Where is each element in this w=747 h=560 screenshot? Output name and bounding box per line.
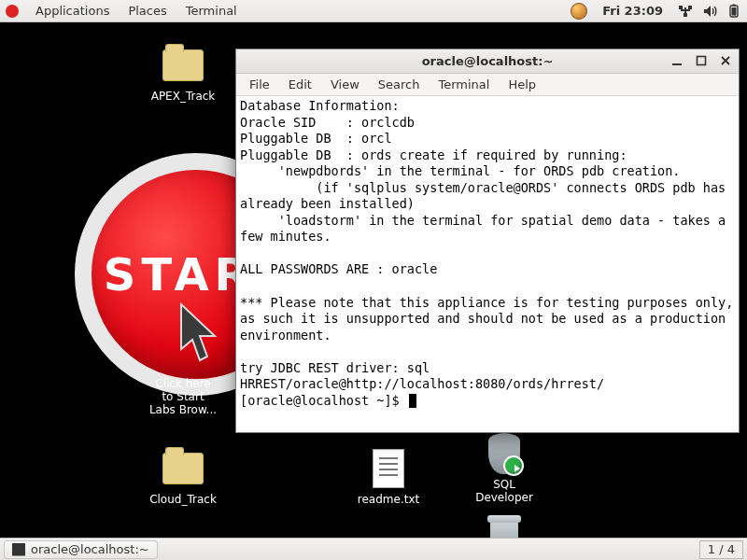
sql-developer-icon (488, 433, 520, 474)
bottom-panel: oracle@localhost:~ 1 / 4 (0, 538, 747, 560)
term-menu-view[interactable]: View (323, 76, 367, 93)
window-maximize-button[interactable] (692, 51, 711, 70)
term-menu-file[interactable]: File (242, 76, 277, 93)
term-menu-edit[interactable]: Edit (281, 76, 319, 93)
terminal-cursor (409, 394, 416, 408)
system-tray: Fri 23:09 (571, 3, 741, 20)
terminal-output: Database Information: Oracle SID : orclc… (240, 98, 733, 391)
folder-icon (162, 49, 204, 81)
term-menu-help[interactable]: Help (500, 76, 543, 93)
workspace-label: 1 / 4 (708, 542, 735, 556)
desktop-icon-sql-developer[interactable]: SQL Developer (458, 433, 551, 504)
icon-label: Labs Brow... (149, 403, 217, 416)
folder-icon (162, 453, 204, 484)
workspace-switcher[interactable]: 1 / 4 (699, 540, 743, 559)
battery-icon[interactable] (726, 4, 741, 19)
distro-logo-icon (6, 5, 19, 18)
menu-terminal[interactable]: Terminal (186, 4, 237, 18)
window-title: oracle@localhost:~ (422, 54, 554, 68)
desktop-icon-readme[interactable]: readme.txt (342, 448, 435, 506)
network-icon[interactable] (678, 4, 693, 19)
icon-label: Developer (475, 491, 533, 504)
desktop: START APEX_Track Click here to Start Lab… (0, 22, 747, 538)
top-panel: Applications Places Terminal Fri 23:09 (0, 0, 747, 22)
term-menu-search[interactable]: Search (371, 76, 428, 93)
svg-rect-1 (688, 6, 692, 9)
svg-rect-6 (733, 4, 736, 6)
desktop-icon-cloud-track[interactable]: Cloud_Track (136, 448, 230, 506)
icon-label: to Start (162, 390, 204, 403)
window-titlebar[interactable]: oracle@localhost:~ (236, 49, 739, 74)
clock[interactable]: Fri 23:09 (602, 4, 663, 18)
desktop-icon-start-labs[interactable]: Click here to Start Labs Brow... (136, 377, 230, 416)
icon-label: APEX_Track (151, 90, 216, 103)
taskbar-item-terminal[interactable]: oracle@localhost:~ (4, 540, 158, 559)
terminal-menubar: File Edit View Search Terminal Help (236, 74, 739, 96)
menu-applications[interactable]: Applications (35, 4, 109, 18)
icon-label: readme.txt (358, 493, 419, 506)
icon-label: Cloud_Track (149, 493, 217, 506)
icon-label: SQL (493, 478, 515, 491)
task-label: oracle@localhost:~ (31, 542, 149, 556)
terminal-window: oracle@localhost:~ File Edit View Search… (235, 49, 740, 433)
terminal-prompt: [oracle@localhost ~]$ (240, 393, 407, 408)
menu-places[interactable]: Places (128, 4, 166, 18)
icon-label: Click here (155, 377, 210, 390)
text-file-icon (373, 449, 404, 488)
terminal-body[interactable]: Database Information: Oracle SID : orclc… (236, 96, 739, 432)
window-close-button[interactable] (716, 51, 735, 70)
window-minimize-button[interactable] (668, 51, 686, 70)
desktop-icon-apex-track[interactable]: APEX_Track (136, 45, 230, 103)
svg-rect-0 (679, 6, 683, 9)
svg-rect-8 (672, 63, 682, 65)
term-menu-terminal[interactable]: Terminal (430, 76, 497, 93)
svg-rect-9 (698, 57, 706, 65)
cursor-arrow-icon (177, 302, 224, 368)
terminal-icon (12, 543, 25, 556)
svg-rect-7 (732, 7, 737, 16)
volume-icon[interactable] (702, 4, 717, 19)
svg-rect-4 (681, 9, 690, 11)
update-notifier-icon[interactable] (571, 3, 587, 20)
